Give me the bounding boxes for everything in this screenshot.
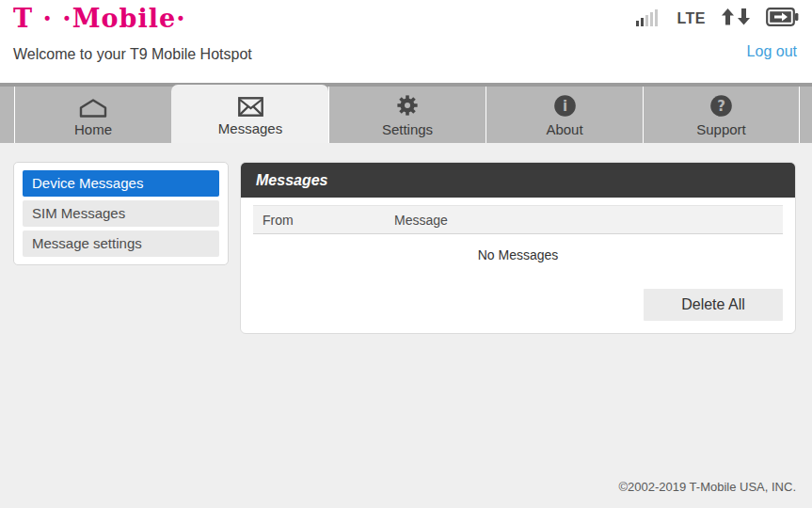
column-header-message: Message [394,213,783,228]
panel-actions: Delete All [253,289,783,321]
battery-charging-icon [766,8,799,30]
nav-tabbar: Home Messages [0,83,812,143]
messages-sidebar: Device Messages SIM Messages Message set… [13,162,229,265]
column-header-from: From [253,213,394,228]
sidebar-item-device-messages[interactable]: Device Messages [23,170,219,197]
updown-arrows-icon [722,8,750,29]
tab-home-label: Home [74,121,112,137]
tab-settings-label: Settings [382,121,433,137]
page-header: T · ·Mobile· LTE [0,0,812,83]
delete-all-button[interactable]: Delete All [644,289,783,321]
network-type-label: LTE [677,10,706,27]
envelope-icon [238,92,263,117]
tab-about[interactable]: i About [486,87,643,143]
copyright-text: ©2002-2019 T-Mobile USA, INC. [618,480,796,494]
messages-panel-body: From Message No Messages Delete All [241,198,795,333]
tab-messages[interactable]: Messages [171,85,328,143]
messages-panel: Messages From Message No Messages Delete… [240,162,796,334]
gear-icon [395,93,420,118]
tmobile-logo: T · ·Mobile· [13,4,186,33]
logout-link[interactable]: Log out [747,43,797,60]
status-bar: LTE [636,8,799,30]
svg-text:?: ? [717,98,725,115]
tab-messages-label: Messages [218,120,282,136]
tab-home[interactable]: Home [14,87,171,143]
svg-text:i: i [562,98,566,115]
question-icon: ? [709,93,733,118]
tab-support[interactable]: ? Support [643,87,800,143]
tab-about-label: About [546,121,582,137]
messages-panel-header: Messages [241,163,795,198]
panel-title: Messages [256,172,328,189]
messages-table-header: From Message [253,205,783,234]
tab-settings[interactable]: Settings [328,87,486,143]
welcome-text: Welcome to your T9 Mobile Hotspot [13,46,252,63]
tab-support-label: Support [696,121,746,137]
home-icon [79,93,107,118]
t9-hotspot-page: T · ·Mobile· LTE [0,0,812,508]
info-icon: i [553,93,577,118]
no-messages-text: No Messages [253,234,783,272]
signal-bars-icon [636,8,661,30]
sidebar-item-sim-messages[interactable]: SIM Messages [23,200,219,227]
sidebar-item-message-settings[interactable]: Message settings [23,230,219,257]
